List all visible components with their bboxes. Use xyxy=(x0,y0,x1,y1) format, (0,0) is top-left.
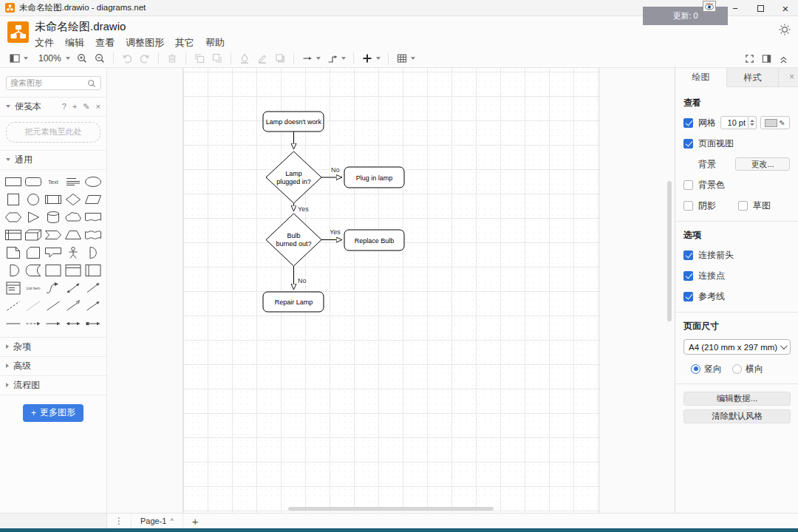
edge-label[interactable]: Yes xyxy=(330,228,341,236)
shape-document[interactable] xyxy=(83,208,103,226)
shape-curve[interactable] xyxy=(43,279,63,297)
shape-or[interactable] xyxy=(83,244,103,262)
shape-hexagon[interactable] xyxy=(3,208,23,226)
menu-arrange[interactable]: 调整图形 xyxy=(126,36,164,50)
shape-triangle[interactable] xyxy=(23,208,43,226)
fill-color-button[interactable] xyxy=(236,50,253,66)
zoom-out-button[interactable] xyxy=(92,50,108,66)
shape-bidirectional-arrow[interactable] xyxy=(63,279,83,297)
redo-button[interactable] xyxy=(137,50,153,66)
menu-edit[interactable]: 编辑 xyxy=(65,36,84,50)
to-front-button[interactable] xyxy=(191,50,208,66)
shadow-checkbox[interactable] xyxy=(683,201,693,211)
shape-ellipse[interactable] xyxy=(83,173,103,191)
page-view-checkbox[interactable] xyxy=(683,139,693,149)
shape-arrow-line[interactable] xyxy=(63,297,83,315)
zoom-in-button[interactable] xyxy=(74,50,90,66)
portrait-radio[interactable] xyxy=(691,364,700,374)
shape-directional-line[interactable] xyxy=(83,297,103,315)
shape-internal-storage[interactable] xyxy=(3,226,23,244)
insert-button[interactable] xyxy=(359,50,383,66)
change-background-button[interactable]: 更改... xyxy=(735,157,790,171)
scratchpad-dropzone[interactable]: 把元素拖至此处 xyxy=(6,122,100,143)
shape-callout[interactable] xyxy=(43,244,63,262)
tab-style[interactable]: 样式 xyxy=(727,68,779,87)
shape-tape[interactable] xyxy=(83,226,103,244)
shadow-button[interactable] xyxy=(272,50,288,66)
shape-trapezoid[interactable] xyxy=(63,226,83,244)
shape-rectangle[interactable] xyxy=(3,173,23,191)
theme-sun-icon[interactable] xyxy=(778,23,791,36)
pages-menu-icon[interactable]: ⋮ xyxy=(107,516,131,526)
shape-labeled-arrow[interactable] xyxy=(83,315,103,332)
shape-horizontal-arrow[interactable] xyxy=(43,315,63,332)
scratchpad-edit-icon[interactable]: ✎ xyxy=(83,102,89,112)
page-tab[interactable]: Page-1 ^ xyxy=(131,514,183,528)
fullscreen-icon[interactable] xyxy=(742,50,757,66)
shape-actor[interactable] xyxy=(63,244,83,262)
shape-dashed-arrow[interactable] xyxy=(23,315,43,332)
shape-step[interactable] xyxy=(43,226,63,244)
zoom-level-dropdown[interactable]: 100% xyxy=(32,50,72,66)
shape-cloud[interactable] xyxy=(63,208,83,226)
grid-size-stepper[interactable] xyxy=(748,116,757,129)
menu-view[interactable]: 查看 xyxy=(95,36,115,50)
shape-text[interactable]: Text xyxy=(43,173,63,191)
panel-close-icon[interactable]: × xyxy=(789,72,794,82)
menu-help[interactable]: 帮助 xyxy=(205,36,225,50)
guides-checkbox[interactable] xyxy=(683,292,693,301)
sketch-checkbox[interactable] xyxy=(738,201,748,211)
format-panel-toggle-icon[interactable] xyxy=(759,50,774,66)
to-back-button[interactable] xyxy=(209,50,225,66)
shape-arrow[interactable] xyxy=(83,279,103,297)
edge-label[interactable]: No xyxy=(298,277,307,284)
shape-parallelogram[interactable] xyxy=(83,191,103,208)
shape-list-item[interactable]: List Item xyxy=(23,279,43,297)
edge-label[interactable]: No xyxy=(331,166,340,174)
scratchpad-add-icon[interactable]: + xyxy=(72,102,77,112)
node-lamp-plugged-in[interactable] xyxy=(266,151,321,203)
landscape-radio[interactable] xyxy=(732,364,742,374)
shape-process[interactable] xyxy=(43,191,63,208)
connection-arrows-checkbox[interactable] xyxy=(683,250,693,260)
undo-button[interactable] xyxy=(119,50,135,66)
view-panels-button[interactable] xyxy=(7,50,30,66)
delete-button[interactable] xyxy=(164,50,180,66)
line-color-button[interactable] xyxy=(254,50,270,66)
shape-bold-link[interactable] xyxy=(3,315,23,332)
shape-card[interactable] xyxy=(23,244,43,262)
grid-size-input[interactable] xyxy=(720,116,748,129)
shape-cube[interactable] xyxy=(23,226,43,244)
menu-file[interactable]: 文件 xyxy=(35,36,54,50)
section-advanced[interactable]: 高级 xyxy=(0,357,106,376)
connection-style-button[interactable] xyxy=(299,50,323,66)
shape-circle[interactable] xyxy=(23,191,43,208)
section-general[interactable]: 通用 xyxy=(0,151,106,170)
shape-and[interactable] xyxy=(3,262,23,279)
shape-horizontal-container[interactable] xyxy=(83,262,103,279)
shape-dashed-line[interactable] xyxy=(3,297,23,315)
clear-default-style-button[interactable]: 清除默认风格 xyxy=(683,409,791,423)
add-page-button[interactable]: + xyxy=(183,515,208,528)
grid-color-button[interactable]: ✎ xyxy=(760,116,790,129)
vertical-scrollbar[interactable] xyxy=(667,181,672,321)
shape-cylinder[interactable] xyxy=(43,208,63,226)
background-color-checkbox[interactable] xyxy=(683,180,693,190)
shape-diamond[interactable] xyxy=(63,191,83,208)
connection-points-checkbox[interactable] xyxy=(683,271,693,281)
grid-checkbox[interactable] xyxy=(683,118,693,128)
more-shapes-button[interactable]: + 更多图形 xyxy=(23,404,83,422)
shape-line[interactable] xyxy=(43,297,63,315)
shape-note[interactable] xyxy=(3,244,23,262)
close-button[interactable]: × xyxy=(773,0,798,16)
shape-heading[interactable] xyxy=(63,173,83,191)
scratchpad-help-icon[interactable]: ? xyxy=(62,102,66,112)
section-misc[interactable]: 杂项 xyxy=(0,338,106,357)
shape-rounded-rectangle[interactable] xyxy=(23,173,43,191)
paper-size-select[interactable]: A4 (210 mm x 297 mm) xyxy=(683,339,791,355)
waypoint-style-button[interactable] xyxy=(324,50,348,66)
maximize-button[interactable] xyxy=(748,0,773,16)
edge-label[interactable]: Yes xyxy=(298,205,309,213)
collapse-toolbar-icon[interactable] xyxy=(776,50,791,66)
scratchpad-section-header[interactable]: 便笺本 ? + ✎ × xyxy=(0,98,106,117)
